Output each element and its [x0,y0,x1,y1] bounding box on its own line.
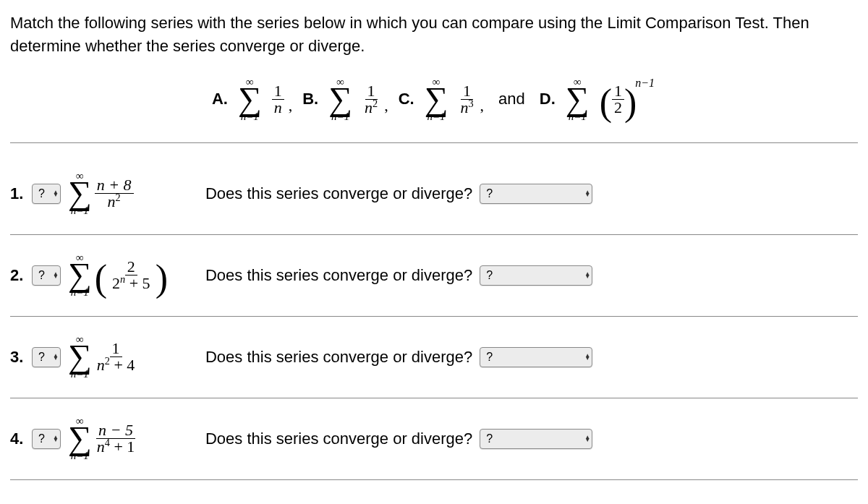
question-row-3: 3. ? ▲▼ ∞ ∑ n=1 1 n2 + 4 Does this serie… [10,317,858,398]
stepper-icon: ▲▼ [53,354,59,360]
stepper-icon: ▲▼ [584,354,590,360]
sigma-c: ∞ ∑ n=1 [425,77,448,122]
stepper-icon: ▲▼ [53,273,59,278]
comma: , [480,96,485,115]
converge-select-2[interactable]: ? ▲▼ [480,265,592,286]
comma: , [289,96,293,115]
sigma-d: ∞ ∑ n=1 [566,77,590,122]
option-d-expr: ( 1 2 ) n−1 [600,83,656,116]
match-select-2[interactable]: ? ▲▼ [32,265,61,286]
divider [10,142,858,143]
series-expr-4: ∞ ∑ n=1 n − 5 n4 + 1 [68,416,191,461]
converge-question-text: Does this series converge or diverge? [205,348,472,367]
series-expr-1: ∞ ∑ n=1 n + 8 n2 [68,171,191,216]
stepper-icon: ▲▼ [53,191,59,197]
option-c-label: C. [399,90,414,108]
question-number: 1. [10,184,25,203]
match-select-1[interactable]: ? ▲▼ [32,184,61,204]
option-d-label: D. [540,90,556,108]
stepper-icon: ▲▼ [584,191,590,197]
option-a-label: A. [212,90,228,108]
stepper-icon: ▲▼ [584,436,590,442]
question-number: 4. [10,430,25,448]
question-number: 3. [10,348,25,367]
option-b-label: B. [302,90,318,108]
converge-select-4[interactable]: ? ▲▼ [480,429,592,449]
sigma-a: ∞ ∑ n=1 [238,77,262,122]
and-word: and [498,90,525,108]
question-row-1: 1. ? ▲▼ ∞ ∑ n=1 n + 8 n2 Does this serie… [10,153,858,235]
instructions-text: Match the following series with the seri… [10,12,858,58]
option-c-fraction: 1 n3 [458,83,475,116]
match-select-3[interactable]: ? ▲▼ [32,347,61,367]
stepper-icon: ▲▼ [584,273,590,278]
sigma-b: ∞ ∑ n=1 [328,77,352,122]
series-expr-2: ∞ ∑ n=1 ( 2 2n + 5 ) [68,252,191,298]
converge-question-text: Does this series converge or diverge? [205,430,472,448]
series-expr-3: ∞ ∑ n=1 1 n2 + 4 [68,334,191,380]
option-a-fraction: 1 n [272,83,284,116]
question-row-2: 2. ? ▲▼ ∞ ∑ n=1 ( 2 2n + 5 ) Does this s… [10,235,858,317]
question-number: 2. [10,266,25,285]
match-select-4[interactable]: ? ▲▼ [32,429,61,449]
comparison-options-row: A. ∞ ∑ n=1 1 n , B. ∞ ∑ n=1 1 n2 , C. ∞ … [10,77,858,122]
stepper-icon: ▲▼ [53,436,59,442]
option-b-fraction: 1 n2 [362,83,380,116]
question-row-4: 4. ? ▲▼ ∞ ∑ n=1 n − 5 n4 + 1 Does this s… [10,398,858,480]
converge-select-3[interactable]: ? ▲▼ [480,347,592,367]
comma: , [384,96,388,115]
converge-question-text: Does this series converge or diverge? [205,266,472,285]
converge-question-text: Does this series converge or diverge? [205,184,472,203]
converge-select-1[interactable]: ? ▲▼ [480,184,592,204]
